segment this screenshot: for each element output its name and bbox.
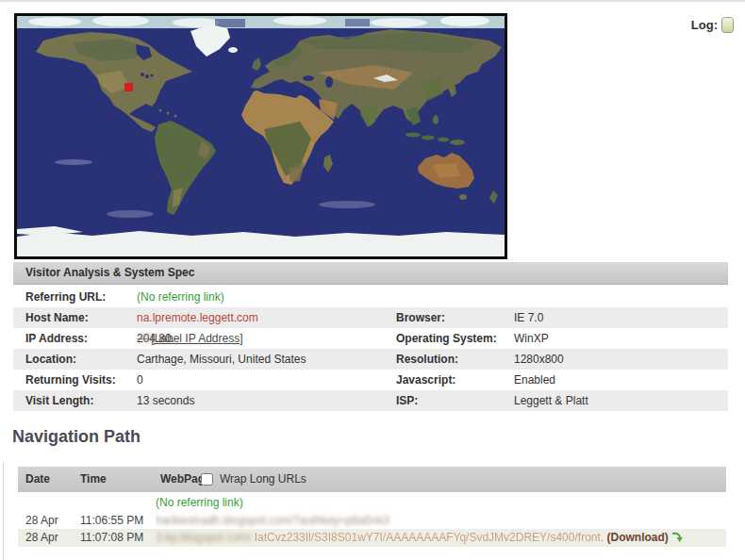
referring-url-label: Referring URL: (25, 287, 106, 307)
wrap-long-urls-label: Wrap Long URLs (220, 467, 306, 492)
row-length-isp: Visit Length: 13 seconds ISP: Leggett & … (13, 390, 728, 411)
table-left-border (3, 463, 4, 560)
visitor-detail-page: Log: Visitor Analysis & System Spec Refe… (0, 0, 745, 560)
navigation-path-title: Navigation Path (12, 427, 141, 447)
row3-time: 11:07:08 PM (80, 529, 143, 547)
location-value: Carthage, Missouri, United States (137, 349, 306, 370)
visit-length-label: Visit Length: (25, 390, 93, 411)
visitor-analysis-title: Visitor Analysis & System Spec (25, 266, 194, 279)
row2-time: 11:06:55 PM (80, 512, 143, 529)
row-visits-javascript: Returning Visits: 0 Javascript: Enabled (13, 370, 728, 390)
top-divider (0, 0, 745, 2)
ip-obscured: 203.14 (137, 328, 172, 349)
row3-date: 28 Apr (25, 529, 58, 547)
host-name-label: Host Name: (25, 307, 89, 328)
navigation-table-header: Date Time WebPage Wrap Long URLs (18, 467, 726, 492)
isp-label: ISP: (396, 390, 418, 411)
host-name-value: na.lpremote.leggett.com (137, 307, 258, 328)
ip-address-value: 204.80.203.14 — [Label IP Address] (137, 328, 243, 349)
table-row: 28 Apr 11:06:55 PM harikesinadh.blogspot… (18, 512, 726, 529)
table-row: (No referring link) (18, 494, 726, 512)
returning-visits-value: 0 (137, 370, 143, 390)
table-row: 28 Apr 11:07:08 PM 3.bp.blogspot.com/ Ia… (18, 529, 726, 547)
resolution-value: 1280x800 (514, 349, 564, 370)
isp-value: Leggett & Platt (514, 390, 588, 411)
visit-length-value: 13 seconds (137, 390, 194, 411)
browser-label: Browser: (396, 307, 445, 328)
row3-visible-url-part[interactable]: IatCvz233Il/S3I8S01wY7I/AAAAAAAAFYq/SvdJ… (255, 531, 604, 544)
row1-webpage: (No referring link) (156, 494, 721, 512)
download-link[interactable]: (Download) (606, 531, 668, 544)
log-area: Log: (671, 15, 734, 34)
log-label: Log: (691, 18, 718, 32)
javascript-label: Javascript: (396, 370, 455, 390)
log-icon[interactable] (721, 17, 734, 33)
referring-url-value: (No referring link) (137, 287, 224, 307)
visitor-location-marker (124, 83, 133, 91)
javascript-value: Enabled (514, 370, 555, 390)
column-header-date: Date (25, 467, 50, 492)
row3-obscured-url-part[interactable]: 3.bp.blogspot.com/ (156, 531, 255, 544)
row-ip-os: IP Address: 204.80.203.14 — [Label IP Ad… (13, 328, 728, 349)
wrap-long-urls-checkbox[interactable] (201, 473, 213, 486)
row-referring-url: Referring URL: (No referring link) (13, 287, 728, 307)
column-header-time: Time (80, 467, 107, 492)
row3-webpage: 3.bp.blogspot.com/ IatCvz233Il/S3I8S01wY… (156, 529, 721, 549)
returning-visits-label: Returning Visits: (25, 370, 116, 390)
os-value: WinXP (514, 328, 549, 349)
row-host-browser: Host Name: na.lpremote.leggett.com Brows… (13, 307, 728, 328)
world-map (14, 13, 507, 259)
row-location-resolution: Location: Carthage, Missouri, United Sta… (13, 349, 728, 370)
os-label: Operating System: (396, 328, 497, 349)
row2-webpage: harikesinadh.blogspot.com/?authkey=ptta5… (156, 512, 721, 529)
download-arrow-icon[interactable] (671, 531, 684, 549)
world-map-image (17, 16, 505, 256)
row2-obscured-url-link[interactable]: harikesinadh.blogspot.com/?authkey=ptta5… (156, 514, 389, 527)
visitor-analysis-header: Visitor Analysis & System Spec (13, 262, 728, 285)
browser-value: IE 7.0 (514, 307, 543, 328)
location-label: Location: (25, 349, 76, 370)
ip-address-label: IP Address: (25, 328, 88, 349)
resolution-label: Resolution: (396, 349, 458, 370)
row2-date: 28 Apr (25, 512, 58, 529)
